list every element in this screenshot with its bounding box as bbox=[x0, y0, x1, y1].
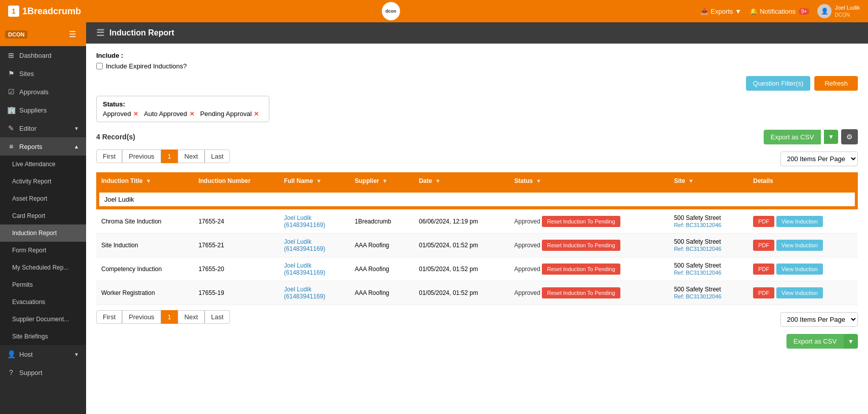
chevron-up-icon: ▲ bbox=[74, 144, 79, 149]
export-csv-dropdown-button[interactable]: ▼ bbox=[824, 130, 838, 144]
pdf-button[interactable]: PDF bbox=[753, 264, 774, 275]
remove-approved-button[interactable]: ✕ bbox=[133, 110, 138, 118]
sidebar-item-live-attendance[interactable]: Live Attendance bbox=[0, 156, 86, 173]
cell-details: PDF View Induction bbox=[748, 257, 858, 281]
sidebar-item-site-briefings[interactable]: Site Briefings bbox=[0, 328, 86, 345]
filter-status-icon[interactable]: ▼ bbox=[536, 178, 541, 184]
sidebar-item-approvals[interactable]: ☑ Approvals bbox=[0, 83, 86, 101]
pdf-button[interactable]: PDF bbox=[753, 216, 774, 227]
remove-pending-approval-button[interactable]: ✕ bbox=[254, 110, 259, 118]
site-ref-link[interactable]: Ref: BC313012046 bbox=[674, 293, 722, 299]
sidebar-item-supplier-documents[interactable]: Supplier Document... bbox=[0, 311, 86, 328]
first-page-button-bottom[interactable]: First bbox=[96, 310, 122, 324]
full-name-link[interactable]: Joel Ludik bbox=[284, 286, 311, 293]
pagination-bottom: First Previous 1 Next Last 200 Items Per… bbox=[96, 310, 858, 329]
last-page-button-bottom[interactable]: Last bbox=[205, 310, 230, 324]
full-name-phone-link[interactable]: (61483941169) bbox=[284, 221, 325, 229]
table-search-input[interactable] bbox=[98, 192, 856, 207]
sidebar-item-my-scheduled-rep[interactable]: My Scheduled Rep... bbox=[0, 259, 86, 276]
page-1-button[interactable]: 1 bbox=[161, 149, 178, 163]
sidebar-toggle-button[interactable]: ☰ bbox=[64, 25, 81, 43]
include-expired-label[interactable]: Include Expired Inductions? bbox=[106, 62, 187, 70]
filter-full-name-icon[interactable]: ▼ bbox=[316, 178, 322, 184]
sidebar-item-editor[interactable]: ✎ Editor ▼ bbox=[0, 119, 86, 137]
per-page-select-top[interactable]: 200 Items Per Page 50 Items Per Page 100… bbox=[780, 152, 858, 166]
reset-induction-button[interactable]: Reset Induction To Pending bbox=[542, 264, 620, 275]
settings-button[interactable]: ⚙ bbox=[841, 129, 858, 144]
hamburger-icon[interactable]: ☰ bbox=[96, 27, 104, 39]
site-ref-link[interactable]: Ref: BC313012046 bbox=[674, 222, 722, 228]
sidebar-item-dashboard[interactable]: ⊞ Dashboard bbox=[0, 46, 86, 64]
cell-induction-title: Competency Induction bbox=[96, 257, 193, 281]
cell-induction-number: 17655-20 bbox=[193, 257, 279, 281]
sidebar-item-label: Live Attendance bbox=[12, 161, 55, 168]
export-csv-button[interactable]: Export as CSV bbox=[764, 130, 821, 144]
per-page-select-bottom[interactable]: 200 Items Per Page 50 Items Per Page 100… bbox=[780, 312, 858, 327]
last-page-button[interactable]: Last bbox=[205, 149, 230, 163]
filter-induction-title-icon[interactable]: ▼ bbox=[146, 178, 151, 184]
reset-induction-button[interactable]: Reset Induction To Pending bbox=[542, 216, 620, 227]
cell-details: PDF View Induction bbox=[748, 234, 858, 257]
filter-date-icon[interactable]: ▼ bbox=[435, 178, 441, 184]
page-1-button-bottom[interactable]: 1 bbox=[161, 310, 178, 324]
brand[interactable]: 1 1Breadcrumb bbox=[8, 6, 81, 17]
notifications-button[interactable]: 🔔 Notifications 9+ bbox=[749, 8, 809, 15]
status-tag-auto-approved: Auto Approved ✕ bbox=[144, 110, 194, 118]
sidebar-item-reports[interactable]: ≡ Reports ▲ bbox=[0, 137, 86, 156]
filter-supplier-icon[interactable]: ▼ bbox=[382, 178, 387, 184]
brand-name: 1Breadcrumb bbox=[22, 6, 81, 17]
site-name: 500 Safety Street bbox=[674, 238, 743, 245]
question-filter-button[interactable]: Question Filter(s) bbox=[746, 76, 811, 91]
sidebar-item-label: Asset Report bbox=[12, 195, 47, 202]
sidebar-item-support[interactable]: ? Support bbox=[0, 363, 86, 382]
notification-badge: 9+ bbox=[799, 8, 809, 15]
chevron-down-icon: ▼ bbox=[74, 126, 79, 131]
full-name-phone-link[interactable]: (61483941169) bbox=[284, 245, 325, 252]
export-csv-button-bottom[interactable]: Export as CSV bbox=[786, 334, 844, 349]
sidebar-item-label: Host bbox=[19, 351, 33, 358]
full-name-phone-link[interactable]: (61483941169) bbox=[284, 269, 325, 276]
full-name-phone-link[interactable]: (61483941169) bbox=[284, 293, 325, 300]
next-page-button[interactable]: Next bbox=[178, 149, 205, 163]
full-name-link[interactable]: Joel Ludik bbox=[284, 214, 311, 221]
pdf-button[interactable]: PDF bbox=[753, 287, 774, 298]
details-buttons: PDF View Induction bbox=[753, 216, 853, 227]
sidebar-item-sites[interactable]: ⚑ Sites bbox=[0, 64, 86, 83]
previous-page-button[interactable]: Previous bbox=[122, 149, 161, 163]
first-page-button[interactable]: First bbox=[96, 149, 122, 163]
sidebar-item-induction-report[interactable]: Induction Report bbox=[0, 224, 86, 242]
include-expired-checkbox[interactable] bbox=[96, 63, 103, 69]
sidebar-item-host[interactable]: 👤 Host ▼ bbox=[0, 345, 86, 363]
sidebar-item-form-report[interactable]: Form Report bbox=[0, 242, 86, 259]
view-induction-button[interactable]: View Induction bbox=[776, 240, 822, 251]
site-ref-link[interactable]: Ref: BC313012046 bbox=[674, 246, 722, 252]
remove-auto-approved-button[interactable]: ✕ bbox=[189, 110, 194, 118]
full-name-link[interactable]: Joel Ludik bbox=[284, 262, 311, 269]
reset-induction-button[interactable]: Reset Induction To Pending bbox=[542, 240, 620, 251]
export-csv-dropdown-bottom[interactable]: ▼ bbox=[844, 334, 858, 349]
refresh-button[interactable]: Refresh bbox=[814, 76, 858, 91]
sidebar-item-label: Supplier Document... bbox=[12, 316, 69, 323]
sidebar-item-activity-report[interactable]: Activity Report bbox=[0, 173, 86, 190]
previous-page-button-bottom[interactable]: Previous bbox=[122, 310, 161, 324]
site-ref-link[interactable]: Ref: BC313012046 bbox=[674, 270, 722, 276]
view-induction-button[interactable]: View Induction bbox=[776, 287, 822, 298]
pdf-button[interactable]: PDF bbox=[753, 240, 774, 251]
search-cell bbox=[96, 190, 858, 210]
view-induction-button[interactable]: View Induction bbox=[776, 264, 822, 275]
sidebar-item-asset-report[interactable]: Asset Report bbox=[0, 190, 86, 207]
full-name-link[interactable]: Joel Ludik bbox=[284, 238, 311, 245]
user-info[interactable]: 👤 Joel Ludik DCON bbox=[817, 4, 860, 18]
tenant-tag[interactable]: DCON bbox=[5, 30, 27, 39]
exports-button[interactable]: 📤 Exports ▼ bbox=[700, 8, 741, 15]
cell-status: Approved Reset Induction To Pending bbox=[509, 257, 669, 281]
filter-site-icon[interactable]: ▼ bbox=[688, 178, 694, 184]
sidebar-item-permits[interactable]: Permits bbox=[0, 276, 86, 293]
sidebar-item-card-report[interactable]: Card Report bbox=[0, 207, 86, 224]
sidebar-item-label: Activity Report bbox=[12, 178, 51, 185]
sidebar-item-suppliers[interactable]: 🏢 Suppliers bbox=[0, 101, 86, 119]
view-induction-button[interactable]: View Induction bbox=[776, 216, 822, 227]
sidebar-item-evacuations[interactable]: Evacuations bbox=[0, 293, 86, 311]
next-page-button-bottom[interactable]: Next bbox=[178, 310, 205, 324]
reset-induction-button[interactable]: Reset Induction To Pending bbox=[542, 287, 620, 298]
